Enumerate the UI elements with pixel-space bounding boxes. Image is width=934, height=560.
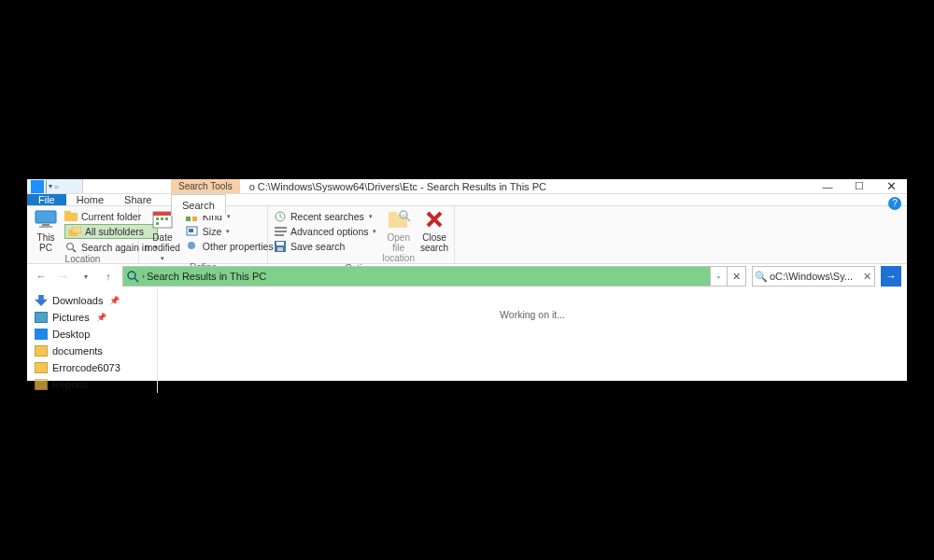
- title-bar: ▾ = Search Tools o C:\Windows\Syswow64\D…: [27, 179, 907, 194]
- recent-locations-button[interactable]: ▾: [78, 268, 94, 285]
- date-modified-button[interactable]: Date modified▾: [145, 208, 180, 262]
- svg-rect-29: [389, 215, 407, 228]
- open-location-icon: [386, 208, 412, 231]
- folders-icon: [68, 226, 81, 237]
- save-icon: [274, 241, 287, 252]
- pin-icon: 📌: [96, 313, 106, 322]
- svg-rect-23: [275, 227, 287, 229]
- tab-search[interactable]: Search: [171, 194, 226, 216]
- ribbon-tabs: File Home Share View Search ?: [27, 194, 907, 206]
- svg-rect-14: [156, 222, 159, 225]
- forward-button[interactable]: →: [55, 268, 72, 285]
- open-file-location-button[interactable]: Open file location: [382, 208, 414, 263]
- download-icon: [35, 295, 48, 306]
- svg-line-34: [134, 278, 138, 282]
- tab-home[interactable]: Home: [66, 194, 114, 205]
- this-pc-button[interactable]: This PC: [33, 208, 59, 253]
- size-icon: [186, 226, 199, 237]
- file-list-area: Working on it...: [158, 288, 907, 393]
- tab-share[interactable]: Share: [114, 194, 162, 205]
- search-results-icon: [123, 270, 142, 283]
- folder-icon: [35, 345, 48, 357]
- svg-rect-25: [275, 234, 284, 236]
- close-icon: [421, 208, 447, 231]
- quick-access-toolbar: ▾ =: [27, 179, 83, 193]
- svg-rect-3: [64, 213, 78, 221]
- context-tab-label: Search Tools: [171, 179, 240, 193]
- search-icon: [64, 242, 78, 253]
- minimize-button[interactable]: —: [812, 179, 843, 193]
- svg-rect-10: [153, 212, 172, 216]
- content-area: Downloads📌 Pictures📌 Desktop documents E…: [27, 288, 907, 393]
- window-controls: — ☐ ✕: [812, 179, 907, 193]
- recent-icon: [274, 211, 287, 222]
- nav-pictures[interactable]: Pictures📌: [35, 309, 157, 326]
- svg-point-21: [188, 242, 195, 249]
- save-search-button[interactable]: Save search: [274, 239, 376, 253]
- svg-rect-4: [64, 211, 71, 214]
- qat-separator: [46, 180, 47, 193]
- list-icon: [274, 226, 287, 237]
- svg-point-33: [128, 272, 135, 279]
- nav-downloads[interactable]: Downloads📌: [35, 292, 157, 309]
- svg-rect-0: [35, 211, 56, 223]
- svg-rect-12: [161, 217, 163, 220]
- svg-rect-1: [42, 224, 50, 226]
- svg-rect-28: [277, 247, 283, 251]
- svg-point-7: [67, 243, 74, 249]
- qat-overflow: =: [54, 182, 59, 191]
- svg-line-8: [73, 249, 76, 252]
- search-input[interactable]: 🔍 oC:\Windows\Sy... ✕: [752, 266, 875, 287]
- group-options: Recent searches▾ Advanced options▾ Save …: [268, 206, 455, 263]
- nav-reports[interactable]: Reports: [35, 376, 157, 393]
- nav-desktop[interactable]: Desktop: [35, 326, 157, 343]
- pin-icon: 📌: [109, 296, 120, 305]
- nav-documents[interactable]: documents: [35, 343, 157, 359]
- navigation-pane[interactable]: Downloads📌 Pictures📌 Desktop documents E…: [27, 288, 158, 393]
- search-icon: 🔍: [753, 271, 770, 283]
- svg-rect-30: [389, 212, 397, 217]
- window-title: o C:\Windows\Syswow64\Drivers\Etc - Sear…: [240, 179, 812, 193]
- app-icon: [31, 180, 44, 193]
- back-button[interactable]: ←: [33, 268, 50, 285]
- monitor-icon: [33, 208, 59, 231]
- svg-rect-17: [186, 217, 191, 221]
- file-explorer-window: ▾ = Search Tools o C:\Windows\Syswow64\D…: [27, 179, 907, 381]
- help-icon[interactable]: ?: [888, 197, 901, 210]
- up-button[interactable]: ↑: [100, 268, 117, 285]
- clear-search-button[interactable]: ✕: [859, 271, 874, 283]
- address-bar[interactable]: › Search Results in This PC ⌄ ✕: [122, 266, 746, 287]
- nav-errorcode[interactable]: Errorcode6073: [35, 359, 157, 376]
- folder-icon: [35, 362, 48, 373]
- svg-rect-18: [192, 217, 197, 221]
- qat-customize-icon[interactable]: ▾: [49, 182, 52, 190]
- breadcrumb[interactable]: Search Results in This PC: [145, 271, 710, 282]
- svg-rect-24: [275, 231, 287, 232]
- stop-button[interactable]: ✕: [727, 267, 745, 286]
- ribbon: This PC Current folder All subfolders Se…: [27, 206, 907, 264]
- tab-file[interactable]: File: [27, 194, 66, 205]
- close-button[interactable]: ✕: [875, 179, 907, 193]
- desktop-icon: [35, 329, 48, 340]
- advanced-options-button[interactable]: Advanced options▾: [274, 224, 376, 238]
- svg-rect-13: [165, 217, 168, 220]
- close-search-button[interactable]: Close search: [420, 208, 448, 253]
- address-bar-row: ← → ▾ ↑ › Search Results in This PC ⌄ ✕ …: [27, 264, 907, 288]
- svg-rect-11: [156, 217, 159, 220]
- recent-searches-button[interactable]: Recent searches▾: [274, 209, 376, 223]
- svg-rect-2: [39, 226, 52, 228]
- svg-rect-6: [72, 227, 81, 233]
- svg-rect-20: [189, 229, 193, 232]
- folder-icon: [64, 211, 78, 222]
- picture-icon: [35, 312, 48, 323]
- search-go-button[interactable]: →: [881, 266, 901, 287]
- working-text: Working on it...: [500, 309, 565, 320]
- address-dropdown-button[interactable]: ⌄: [710, 267, 727, 286]
- maximize-button[interactable]: ☐: [843, 179, 875, 193]
- search-query-text: oC:\Windows\Sy...: [770, 271, 859, 282]
- svg-rect-27: [276, 242, 284, 245]
- folder-icon: [35, 379, 48, 390]
- properties-icon: [186, 241, 199, 252]
- group-location: This PC Current folder All subfolders Se…: [27, 206, 139, 263]
